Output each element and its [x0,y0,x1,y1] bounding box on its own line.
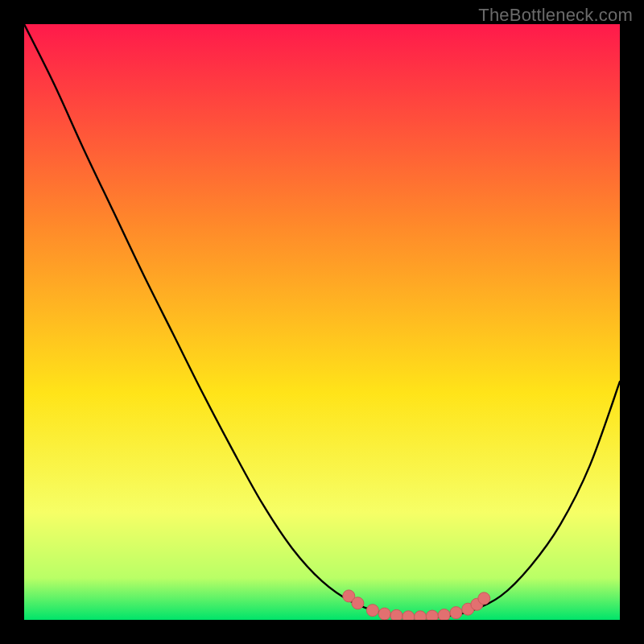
bottleneck-chart [24,24,620,620]
data-point [426,610,438,620]
data-point [390,609,402,620]
data-point [352,597,364,609]
data-point [478,592,490,605]
data-point [402,611,415,620]
data-point [438,609,450,620]
watermark-text: TheBottleneck.com [478,5,633,26]
gradient-background [24,24,620,620]
chart-frame [24,24,620,620]
data-point [378,608,390,620]
data-point [366,605,378,617]
data-point [450,607,462,619]
data-point [415,611,427,620]
